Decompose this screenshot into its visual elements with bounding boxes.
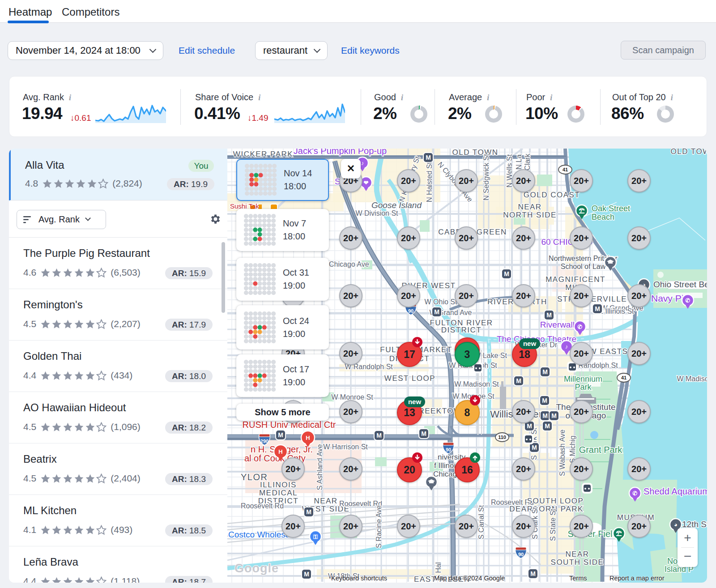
svg-text:M: M	[504, 270, 509, 277]
svg-text:Ohio Street Beach: Ohio Street Beach	[653, 280, 707, 289]
svg-text:90: 90	[446, 447, 451, 452]
svg-text:S Canal St: S Canal St	[477, 505, 485, 539]
svg-text:M: M	[542, 412, 548, 419]
svg-text:N Halsted St: N Halsted St	[426, 162, 433, 202]
svg-text:S Wabash Ave: S Wabash Ave	[558, 430, 566, 476]
svg-text:ILLINOIS: ILLINOIS	[260, 481, 297, 489]
svg-text:90: 90	[408, 308, 413, 314]
svg-text:M: M	[306, 508, 311, 516]
svg-text:Riverwalk: Riverwalk	[540, 320, 577, 329]
svg-text:S State St: S State St	[549, 508, 557, 541]
svg-text:GOLD COAST: GOLD COAST	[524, 191, 580, 199]
svg-text:M: M	[542, 397, 547, 404]
svg-text:NEAR: NEAR	[565, 550, 589, 558]
svg-text:M: M	[421, 430, 426, 437]
svg-text:⛱: ⛱	[579, 208, 585, 214]
svg-text:✆: ✆	[686, 297, 690, 304]
svg-text:M: M	[527, 422, 532, 430]
svg-text:N La: N La	[515, 154, 523, 170]
svg-text:N Sedgwick St: N Sedgwick St	[482, 153, 490, 200]
svg-text:W Madison S: W Madison S	[677, 375, 707, 383]
svg-text:◕: ◕	[674, 521, 678, 528]
svg-text:Beach: Beach	[592, 213, 614, 222]
svg-text:❤: ❤	[364, 179, 369, 186]
svg-text:W Division St: W Division St	[355, 209, 398, 217]
svg-text:✆: ✆	[633, 490, 638, 497]
svg-text:⛱: ⛱	[616, 530, 622, 537]
svg-text:School of Law: School of Law	[561, 263, 606, 270]
svg-text:90: 90	[518, 552, 524, 557]
svg-text:Shedd Aquarium: Shedd Aquarium	[644, 486, 707, 496]
svg-text:NEAR: NEAR	[518, 203, 541, 211]
svg-text:W Ohio St: W Ohio St	[425, 298, 457, 306]
svg-text:Goose Island: Goose Island	[371, 200, 422, 210]
svg-text:Jack's Pumpkin Pop-up: Jack's Pumpkin Pop-up	[294, 149, 387, 156]
svg-text:OLD TOWN: OLD TOWN	[452, 149, 499, 157]
svg-text:M: M	[542, 368, 548, 375]
svg-text:290: 290	[260, 439, 268, 444]
svg-text:M: M	[434, 308, 439, 315]
svg-text:SOUTH LOOP: SOUTH LOOP	[527, 497, 584, 505]
svg-text:110: 110	[498, 435, 506, 440]
svg-text:41: 41	[621, 375, 626, 380]
svg-text:H: H	[306, 435, 310, 441]
svg-text:12th Str: 12th Str	[682, 520, 707, 529]
svg-text:S Racine Ave: S Racine Ave	[375, 505, 383, 548]
svg-text:WEST LOOP: WEST LOOP	[384, 374, 435, 383]
svg-text:♪: ♪	[361, 160, 364, 166]
svg-text:M: M	[376, 432, 382, 439]
svg-text:W Madison St: W Madison St	[454, 380, 499, 388]
svg-text:Park: Park	[575, 383, 592, 392]
svg-text:DISTRICT: DISTRICT	[441, 326, 482, 334]
svg-text:♪: ♪	[565, 343, 568, 350]
svg-text:M: M	[278, 431, 283, 439]
svg-text:SOUTH SIDE: SOUTH SIDE	[551, 558, 604, 567]
svg-text:MAGNIFICENT: MAGNIFICENT	[546, 275, 605, 284]
svg-text:Oak Street: Oak Street	[592, 204, 630, 213]
svg-text:NORTH SIDE: NORTH SIDE	[503, 211, 557, 219]
svg-text:NEAR: NEAR	[314, 497, 337, 505]
svg-text:M: M	[546, 311, 552, 319]
svg-text:⚿: ⚿	[313, 533, 318, 540]
svg-text:M: M	[426, 154, 431, 161]
svg-text:S Ashland Ave: S Ashland Ave	[316, 444, 324, 490]
svg-text:Roosevelt Rd: Roosevelt Rd	[241, 502, 284, 510]
svg-text:WICKER PARK: WICKER PARK	[233, 150, 293, 158]
svg-text:M: M	[516, 377, 521, 384]
svg-text:DEARBORN PARK: DEARBORN PARK	[509, 505, 584, 513]
svg-text:Grant Park: Grant Park	[579, 445, 623, 455]
svg-text:41: 41	[563, 167, 568, 172]
svg-text:E Illinois St: E Illinois St	[598, 307, 634, 315]
svg-text:M: M	[532, 444, 537, 451]
svg-text:✆: ✆	[578, 324, 583, 330]
svg-text:W Harrison St: W Harrison St	[323, 443, 368, 451]
svg-text:Millennium: Millennium	[564, 375, 602, 383]
svg-text:H: H	[278, 448, 282, 455]
svg-text:OLD TOWN: OLD TOWN	[671, 149, 707, 156]
svg-text:M: M	[551, 412, 557, 419]
svg-text:M: M	[545, 422, 550, 430]
svg-text:M: M	[595, 305, 600, 312]
svg-text:MEDICAL: MEDICAL	[259, 489, 298, 497]
